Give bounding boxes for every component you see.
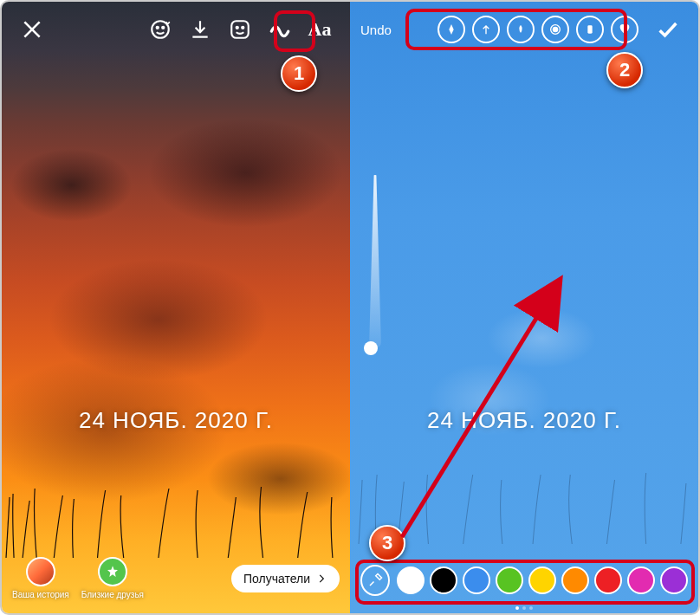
close-friends-button[interactable]: Близкие друзья [81,557,144,599]
story-top-toolbar: Aa [2,2,350,57]
svg-point-5 [242,27,243,29]
star-icon [98,557,127,586]
close-friends-label: Близкие друзья [81,590,144,599]
draw-top-toolbar: Undo [350,2,698,57]
neon-brush-icon[interactable] [541,16,569,43]
download-icon[interactable] [184,13,217,46]
recipients-button[interactable]: Получатели [231,565,340,592]
callout-badge-1: 1 [281,55,317,92]
text-tool-label: Aa [308,18,332,41]
undo-button[interactable]: Undo [360,23,392,37]
done-check-icon[interactable] [651,13,684,46]
grass-silhouette [2,480,350,558]
date-overlay-right[interactable]: 24 НОЯБ. 2020 Г. [350,407,698,434]
your-story-label: Ваша история [12,590,69,599]
brush-size-slider[interactable] [369,175,381,348]
chevron-right-icon [315,573,327,585]
color-swatch-green[interactable] [496,566,523,594]
avatar-icon [26,557,55,586]
your-story-button[interactable]: Ваша история [12,557,69,599]
screen-draw-mode: Undo [350,2,698,613]
sticker-icon[interactable] [224,13,256,46]
heart-brush-icon[interactable] [611,16,638,43]
palette-pager [350,606,698,610]
svg-rect-3 [231,21,249,38]
svg-point-6 [553,27,559,33]
screens-container: Aa 24 НОЯБ. 2020 Г. Ваша история Близкие… [2,2,698,613]
svg-point-4 [237,27,238,29]
swatches-row [397,566,688,594]
svg-rect-8 [588,25,593,33]
marker-brush-icon[interactable] [507,16,535,43]
color-swatch-yellow[interactable] [528,566,556,594]
color-swatch-orange[interactable] [561,566,589,594]
callout-badge-3: 3 [369,525,405,561]
draw-icon[interactable] [263,13,296,46]
color-swatch-purple[interactable] [660,566,688,594]
eraser-brush-icon[interactable] [576,16,604,43]
color-swatch-red[interactable] [594,566,622,594]
color-swatch-white[interactable] [397,566,425,594]
annotation-arrow [350,2,698,613]
color-swatch-black[interactable] [430,566,457,594]
color-swatch-magenta[interactable] [627,566,655,594]
svg-point-0 [152,21,169,38]
svg-point-2 [162,27,164,29]
brush-size-thumb[interactable] [364,341,378,355]
text-tool-icon[interactable]: Aa [303,13,336,46]
recipients-label: Получатели [243,572,310,586]
arrow-brush-icon[interactable] [472,16,500,43]
eyedropper-icon[interactable] [360,565,390,596]
color-swatch-blue[interactable] [463,566,490,594]
close-icon[interactable] [16,13,49,46]
callout-badge-2: 2 [606,52,643,88]
brush-row [438,16,638,43]
color-palette [357,560,691,601]
grass-silhouette-right [350,466,698,544]
date-overlay[interactable]: 24 НОЯБ. 2020 Г. [2,407,350,434]
pen-brush-icon[interactable] [438,16,465,43]
screen-story-editor: Aa 24 НОЯБ. 2020 Г. Ваша история Близкие… [2,2,350,613]
story-bottom-bar: Ваша история Близкие друзья Получатели [2,557,350,599]
face-filter-icon[interactable] [144,13,177,46]
svg-point-1 [157,27,159,29]
